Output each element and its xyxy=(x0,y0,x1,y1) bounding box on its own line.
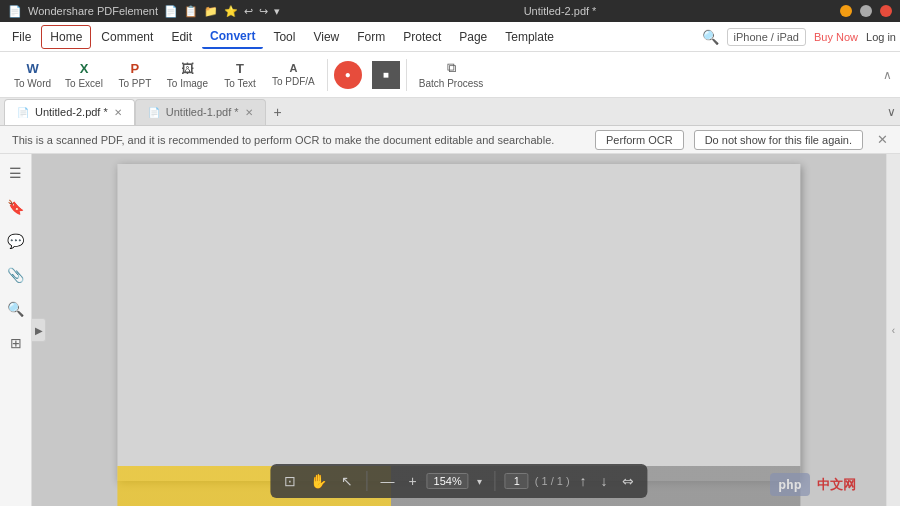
to-image-button[interactable]: 🖼 To Image xyxy=(161,57,214,93)
sidebar-pages-icon[interactable]: ☰ xyxy=(5,162,27,184)
search-icon[interactable]: 🔍 xyxy=(702,29,719,45)
ocr-notification-bar: This is a scanned PDF, and it is recomme… xyxy=(0,126,900,154)
to-word-label: To Word xyxy=(14,78,51,89)
sidebar-attachments-icon[interactable]: 📎 xyxy=(5,264,27,286)
dismiss-ocr-button[interactable]: Do not show for this file again. xyxy=(694,130,863,150)
search-sidebar-icon: 🔍 xyxy=(7,301,24,317)
bottom-toolbar: ⊡ ✋ ↖ — + 154% ▾ ( 1 / 1 ) ↑ ↓ ⇔ xyxy=(270,464,647,498)
toolbar-circle-btn[interactable]: ● xyxy=(334,61,362,89)
menu-tool[interactable]: Tool xyxy=(265,26,303,48)
menu-view[interactable]: View xyxy=(305,26,347,48)
toolbar-divider-2 xyxy=(406,59,407,91)
word-icon: W xyxy=(26,61,38,76)
main-area: ☰ 🔖 💬 📎 🔍 ⊞ ▶ ⊡ ✋ ↖ — xyxy=(0,154,900,506)
menu-comment[interactable]: Comment xyxy=(93,26,161,48)
menu-page[interactable]: Page xyxy=(451,26,495,48)
window-title: Untitled-2.pdf * xyxy=(280,5,840,17)
tab-untitled1[interactable]: 📄 Untitled-1.pdf * ✕ xyxy=(135,99,266,125)
fit-page-btn[interactable]: ⊡ xyxy=(280,471,300,491)
menu-right: 🔍 iPhone / iPad Buy Now Log in xyxy=(702,28,896,46)
menu-home[interactable]: Home xyxy=(41,25,91,49)
batch-icon: ⧉ xyxy=(447,60,456,76)
tab-add-button[interactable]: + xyxy=(266,102,290,122)
tabbar-collapse-btn[interactable]: ∨ xyxy=(887,105,896,119)
right-panel-collapse-btn[interactable]: ‹ xyxy=(886,154,900,506)
expand-right-icon: ▶ xyxy=(35,325,43,336)
title-left: 📄 Wondershare PDFelement 📄 📋 📁 ⭐ ↩ ↪ ▾ xyxy=(8,5,280,18)
log-in-button[interactable]: Log in xyxy=(866,31,896,43)
maximize-btn[interactable] xyxy=(860,5,872,17)
excel-icon: X xyxy=(80,61,89,76)
to-excel-button[interactable]: X To Excel xyxy=(59,57,109,93)
zoom-value[interactable]: 154% xyxy=(427,473,469,489)
text-icon: T xyxy=(236,61,244,76)
tab-untitled2[interactable]: 📄 Untitled-2.pdf * ✕ xyxy=(4,99,135,125)
zoom-out-btn[interactable]: — xyxy=(376,471,398,491)
close-btn[interactable] xyxy=(880,5,892,17)
toolbar: W To Word X To Excel P To PPT 🖼 To Image… xyxy=(0,52,900,98)
sidebar-search-icon[interactable]: 🔍 xyxy=(5,298,27,320)
zoom-control: 154% ▾ xyxy=(427,473,486,489)
circle-icon: ● xyxy=(345,69,351,80)
zoom-in-btn[interactable]: + xyxy=(404,471,420,491)
sidebar-layers-icon[interactable]: ⊞ xyxy=(5,332,27,354)
to-word-button[interactable]: W To Word xyxy=(8,57,57,93)
menu-file[interactable]: File xyxy=(4,26,39,48)
to-ppt-button[interactable]: P To PPT xyxy=(111,57,159,93)
php-watermark: php 中文网 xyxy=(770,476,856,494)
php-badge-text: php xyxy=(770,473,809,496)
to-image-label: To Image xyxy=(167,78,208,89)
page-total-info: ( 1 / 1 ) xyxy=(535,475,570,487)
sidebar-bookmarks-icon[interactable]: 🔖 xyxy=(5,196,27,218)
menu-template[interactable]: Template xyxy=(497,26,562,48)
pdf-document-area[interactable]: ⊡ ✋ ↖ — + 154% ▾ ( 1 / 1 ) ↑ ↓ ⇔ php 中文网 xyxy=(32,154,886,506)
chevron-left-icon: ‹ xyxy=(892,325,895,336)
perform-ocr-button[interactable]: Perform OCR xyxy=(595,130,684,150)
file-icon-3: 📁 xyxy=(204,5,218,18)
to-pdfa-button[interactable]: A To PDF/A xyxy=(266,58,321,91)
page-number-input[interactable] xyxy=(505,473,529,489)
prev-page-btn[interactable]: ↑ xyxy=(576,471,591,491)
to-excel-label: To Excel xyxy=(65,78,103,89)
zoom-dropdown-btn[interactable]: ▾ xyxy=(473,474,486,489)
minimize-btn[interactable] xyxy=(840,5,852,17)
file-icon-1: 📄 xyxy=(164,5,178,18)
sidebar-comments-icon[interactable]: 💬 xyxy=(5,230,27,252)
ocr-close-button[interactable]: ✕ xyxy=(877,132,888,147)
hand-tool-btn[interactable]: ✋ xyxy=(306,471,331,491)
bt-separator-1 xyxy=(366,471,367,491)
attachments-icon: 📎 xyxy=(7,267,24,283)
toolbar-collapse-icon[interactable]: ∧ xyxy=(883,68,892,82)
menu-convert[interactable]: Convert xyxy=(202,25,263,49)
menu-form[interactable]: Form xyxy=(349,26,393,48)
app-name: Wondershare PDFelement xyxy=(28,5,158,17)
pdfa-icon: A xyxy=(289,62,297,74)
menu-edit[interactable]: Edit xyxy=(163,26,200,48)
next-page-btn[interactable]: ↓ xyxy=(597,471,612,491)
tab-close-1[interactable]: ✕ xyxy=(114,107,122,118)
file-icon-4: ⭐ xyxy=(224,5,238,18)
device-button[interactable]: iPhone / iPad xyxy=(727,28,806,46)
batch-process-button[interactable]: ⧉ Batch Process xyxy=(413,56,489,93)
buy-now-button[interactable]: Buy Now xyxy=(814,31,858,43)
left-panel-expand-btn[interactable]: ▶ xyxy=(32,318,46,342)
fit-width-btn[interactable]: ⇔ xyxy=(618,471,638,491)
tab-bar: 📄 Untitled-2.pdf * ✕ 📄 Untitled-1.pdf * … xyxy=(0,98,900,126)
menu-protect[interactable]: Protect xyxy=(395,26,449,48)
app-icon: 📄 xyxy=(8,5,22,18)
layers-icon: ⊞ xyxy=(10,335,22,351)
ppt-icon: P xyxy=(131,61,140,76)
toolbar-square-btn[interactable]: ■ xyxy=(372,61,400,89)
to-text-button[interactable]: T To Text xyxy=(216,57,264,93)
comments-icon: 💬 xyxy=(7,233,24,249)
cn-text: 中文网 xyxy=(817,477,856,492)
tab-icon-1: 📄 xyxy=(17,107,29,118)
redo-btn[interactable]: ↪ xyxy=(259,5,268,18)
window-controls xyxy=(840,5,892,17)
bookmarks-icon: 🔖 xyxy=(7,199,24,215)
select-tool-btn[interactable]: ↖ xyxy=(337,471,357,491)
image-icon: 🖼 xyxy=(181,61,194,76)
toolbar-divider-1 xyxy=(327,59,328,91)
tab-close-2[interactable]: ✕ xyxy=(245,107,253,118)
undo-btn[interactable]: ↩ xyxy=(244,5,253,18)
